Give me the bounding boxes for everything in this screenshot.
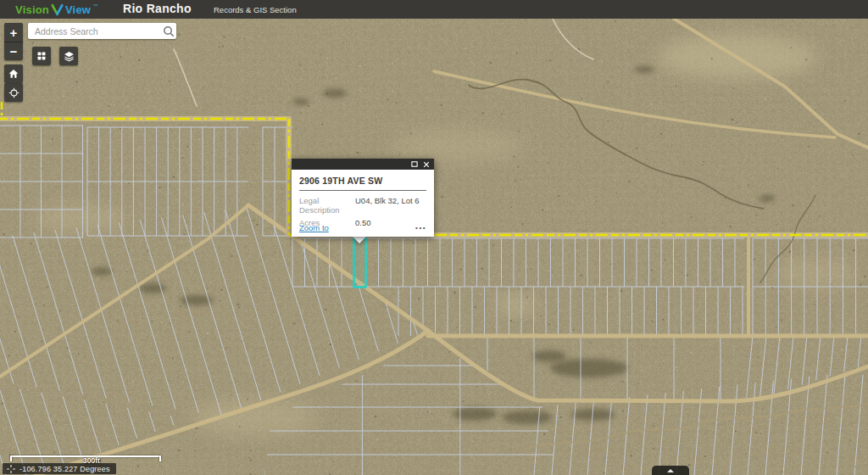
vision-view-logo-icon (51, 3, 64, 16)
application-window: Vision View ™ Rio Rancho Records & GIS S… (0, 0, 868, 475)
zoom-out-glyph: − (10, 44, 18, 59)
popup-header[interactable] (292, 159, 434, 170)
brand-vision-text: Vision (15, 3, 49, 16)
attribute-row: Legal Description U04, Blk 32, Lot 6 (299, 196, 426, 215)
brand-trademark: ™ (92, 3, 97, 8)
feature-popup: 2906 19TH AVE SW Legal Description U04, … (292, 159, 434, 237)
zoom-in-glyph: + (10, 25, 18, 40)
popup-body: 2906 19TH AVE SW Legal Description U04, … (292, 170, 434, 237)
layers-icon (63, 50, 75, 63)
popup-footer: Zoom to ••• (299, 223, 426, 232)
brand-view-text: View (65, 3, 91, 16)
selected-parcel-highlight[interactable] (354, 239, 366, 288)
close-icon[interactable] (423, 161, 430, 168)
brand-logo: Vision View ™ (15, 0, 97, 19)
expand-caret-icon (667, 469, 674, 472)
map-canvas[interactable] (0, 19, 868, 475)
find-my-location-button[interactable] (4, 83, 23, 102)
zoom-in-button[interactable]: + (4, 23, 23, 42)
top-bar: Vision View ™ Rio Rancho Records & GIS S… (0, 0, 868, 19)
attribute-label: Legal Description (299, 196, 355, 215)
popup-divider (299, 190, 426, 191)
scale-bar-tick (159, 455, 161, 461)
attribution-expand-tab[interactable] (652, 466, 689, 475)
maximize-icon[interactable] (411, 161, 418, 167)
locate-icon (8, 87, 20, 99)
zoom-to-link[interactable]: Zoom to (299, 223, 329, 232)
attribute-value: U04, Blk 32, Lot 6 (355, 196, 420, 215)
coordinates-text: -106.796 35.227 Degrees (19, 465, 110, 473)
home-icon (8, 68, 19, 80)
popup-title: 2906 19TH AVE SW (299, 176, 426, 186)
search-icon[interactable] (161, 24, 176, 39)
search-input[interactable] (28, 26, 161, 36)
coordinates-display: -106.796 35.227 Degrees (3, 463, 116, 474)
popup-pointer (353, 237, 366, 243)
zoom-out-button[interactable]: − (4, 42, 23, 60)
basemap-gallery-button[interactable] (32, 47, 51, 65)
section-subtitle: Records & GIS Section (214, 5, 297, 14)
crosshair-icon (7, 465, 15, 473)
page-title: Rio Rancho (123, 2, 192, 15)
address-search-box (28, 23, 176, 39)
home-extent-button[interactable] (4, 64, 23, 83)
layers-button[interactable] (59, 47, 78, 65)
scale-bar-tick (10, 455, 12, 461)
grid-icon (36, 50, 47, 62)
more-options-button[interactable]: ••• (415, 224, 426, 232)
